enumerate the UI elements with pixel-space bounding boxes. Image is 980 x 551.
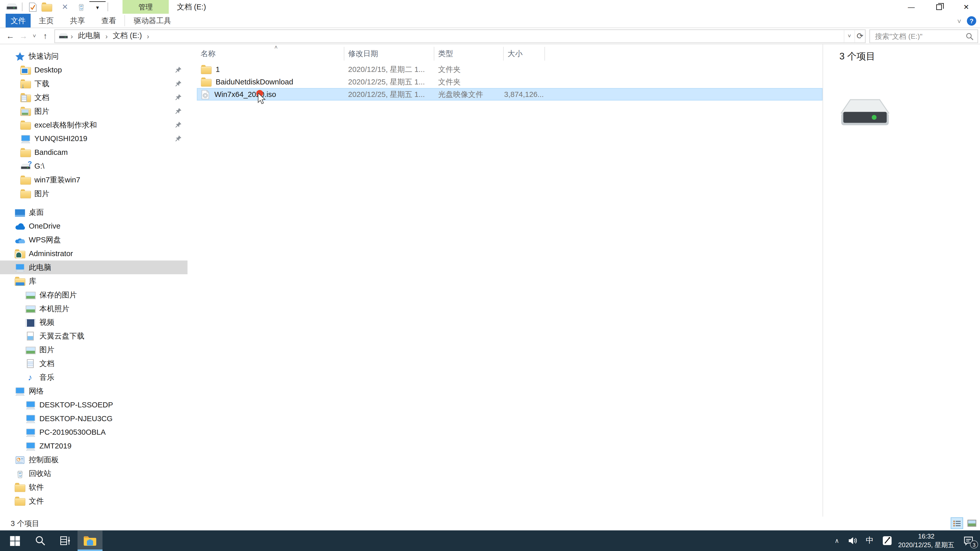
sidebar-item-onedrive[interactable]: OneDrive — [0, 219, 188, 233]
address-bar[interactable]: › 此电脑 › 文档 (E:) › ˅ ⟳ — [54, 29, 865, 43]
sidebar-item-downloads[interactable]: 下载 — [0, 77, 188, 91]
file-type: 光盘映像文件 — [434, 89, 504, 100]
sidebar-item-camera-roll[interactable]: 本机照片 — [0, 302, 188, 316]
close-button[interactable]: ✕ — [953, 0, 980, 14]
sidebar-item-pc-20190530obla[interactable]: PC-20190530OBLA — [0, 426, 188, 439]
sidebar-item-excel-folder[interactable]: excel表格制作求和 — [0, 118, 188, 132]
network-icon — [15, 386, 25, 396]
tab-share[interactable]: 共享 — [62, 14, 93, 27]
navigation-pane: 快速访问 Desktop 下载 文档 图片 excel表格制作求和 YUNQIS… — [0, 44, 188, 516]
clock-time: 16:32 — [918, 532, 934, 540]
sidebar-item-desktop-root[interactable]: 桌面 — [0, 206, 188, 219]
sidebar-item-desktop-lssoedp[interactable]: DESKTOP-LSSOEDP — [0, 398, 188, 412]
ime-indicator[interactable]: 中 — [861, 530, 878, 551]
column-header-type[interactable]: 类型 — [434, 47, 504, 61]
sidebar-item-label: 此电脑 — [29, 262, 51, 273]
file-row[interactable]: 1 2020/12/15, 星期二 1... 文件夹 — [197, 63, 822, 76]
tab-view[interactable]: 查看 — [93, 14, 124, 27]
folder-icon — [42, 4, 52, 11]
file-row-selected[interactable]: Win7x64_2020.iso 2020/12/25, 星期五 1... 光盘… — [197, 88, 822, 100]
large-icons-view-button[interactable] — [966, 517, 978, 529]
breadcrumb-drive-e[interactable]: 文档 (E:) — [110, 30, 145, 41]
sidebar-item-pictures-library[interactable]: 图片 — [0, 343, 188, 357]
new-folder-button[interactable] — [41, 1, 57, 13]
sidebar-item-yunqishi2019[interactable]: YUNQISHI2019 — [0, 132, 188, 146]
sidebar-item-administrator[interactable]: Administrator — [0, 247, 188, 260]
sidebar-item-this-pc[interactable]: 此电脑 — [0, 260, 188, 274]
sidebar-item-win7-folder[interactable]: win7重装win7 — [0, 173, 188, 187]
pin-icon — [174, 135, 182, 142]
computer-icon — [15, 263, 25, 272]
sidebar-item-zmt2019[interactable]: ZMT2019 — [0, 439, 188, 453]
minimize-button[interactable]: — — [897, 0, 925, 14]
tray-expand-icon[interactable]: ∧ — [829, 530, 845, 551]
sidebar-item-libraries[interactable]: 库 — [0, 274, 188, 288]
file-row[interactable]: BaiduNetdiskDownload 2020/12/25, 星期五 1..… — [197, 76, 822, 88]
sidebar-item-videos[interactable]: 视频 — [0, 316, 188, 329]
taskbar: ∧ 中 16:32 2020/12/25, 星期五 3 — [0, 530, 980, 551]
details-view-button[interactable] — [951, 517, 963, 529]
computer-icon — [25, 441, 35, 451]
large-icons-view-icon — [967, 520, 976, 527]
sidebar-item-desktop[interactable]: Desktop — [0, 63, 188, 77]
taskbar-clock[interactable]: 16:32 2020/12/25, 星期五 — [896, 530, 957, 551]
recycle-bin-icon[interactable] — [73, 1, 89, 13]
sidebar-item-pictures[interactable]: 图片 — [0, 104, 188, 118]
input-tool-icon[interactable] — [878, 530, 896, 551]
folder-icon — [21, 191, 30, 198]
tab-drive-tools[interactable]: 驱动器工具 — [125, 14, 180, 27]
sidebar-item-control-panel[interactable]: 控制面板 — [0, 453, 188, 467]
sidebar-item-bandicam[interactable]: Bandicam — [0, 146, 188, 159]
search-input[interactable] — [870, 32, 980, 40]
ribbon-collapse-icon[interactable]: ˅ — [957, 17, 961, 24]
column-header-date[interactable]: 修改日期 — [344, 47, 434, 61]
folder-icon — [15, 499, 25, 505]
sidebar-item-pictures2[interactable]: 图片 — [0, 187, 188, 200]
column-header-size[interactable]: 大小 — [504, 47, 545, 61]
sidebar-item-tianyi-download[interactable]: 天翼云盘下载 — [0, 329, 188, 343]
sidebar-item-software[interactable]: 软件 — [0, 480, 188, 494]
pin-icon — [174, 94, 182, 101]
qat-dropdown-button[interactable]: ▾ — [89, 1, 106, 13]
sidebar-item-network[interactable]: 网络 — [0, 384, 188, 398]
sidebar-item-recycle-bin[interactable]: 回收站 — [0, 467, 188, 480]
sidebar-item-music[interactable]: ♪音乐 — [0, 370, 188, 384]
column-header-name[interactable]: 名称 — [197, 47, 344, 61]
help-button[interactable]: ? — [967, 16, 977, 26]
task-view-button[interactable] — [52, 530, 78, 551]
folder-icon — [201, 67, 211, 74]
volume-icon[interactable] — [845, 530, 861, 551]
sidebar-item-documents-library[interactable]: 文档 — [0, 357, 188, 370]
sidebar-item-documents[interactable]: 文档 — [0, 91, 188, 104]
pictures-library-icon — [25, 306, 35, 313]
breadcrumb-separator-icon: › — [146, 32, 151, 40]
folder-icon — [21, 150, 30, 157]
recent-locations-icon[interactable]: ˅ — [30, 29, 39, 43]
tab-home[interactable]: 主页 — [30, 14, 62, 27]
up-button[interactable]: ↑ — [39, 29, 52, 43]
action-center-button[interactable]: 3 — [957, 530, 980, 551]
forward-button[interactable]: → — [17, 29, 30, 43]
refresh-icon[interactable]: ⟳ — [854, 30, 865, 42]
sidebar-item-wps-cloud[interactable]: WPS网盘 — [0, 233, 188, 247]
properties-button[interactable] — [24, 1, 41, 13]
computer-icon — [25, 427, 35, 437]
start-button[interactable] — [3, 530, 27, 551]
back-button[interactable]: ← — [4, 29, 17, 43]
sidebar-item-label: ZMT2019 — [39, 441, 72, 450]
breadcrumb-this-pc[interactable]: 此电脑 — [76, 30, 103, 41]
mouse-cursor — [258, 93, 267, 106]
sidebar-item-g-drive[interactable]: ?G:\ — [0, 159, 188, 173]
sidebar-item-label: G:\ — [35, 162, 45, 170]
taskbar-search-button[interactable] — [27, 530, 52, 551]
sidebar-item-saved-pictures[interactable]: 保存的图片 — [0, 288, 188, 302]
restore-button[interactable] — [925, 0, 953, 14]
tab-file[interactable]: 文件 — [6, 14, 30, 27]
address-dropdown-icon[interactable]: ˅ — [844, 30, 854, 42]
user-folder-icon — [15, 251, 25, 258]
delete-button[interactable]: ✕ — [57, 1, 73, 13]
sidebar-item-files[interactable]: 文件 — [0, 494, 188, 508]
sidebar-item-quick-access[interactable]: 快速访问 — [0, 49, 188, 63]
taskbar-explorer-button[interactable] — [78, 530, 103, 551]
sidebar-item-desktop-njeu3cg[interactable]: DESKTOP-NJEU3CG — [0, 412, 188, 426]
